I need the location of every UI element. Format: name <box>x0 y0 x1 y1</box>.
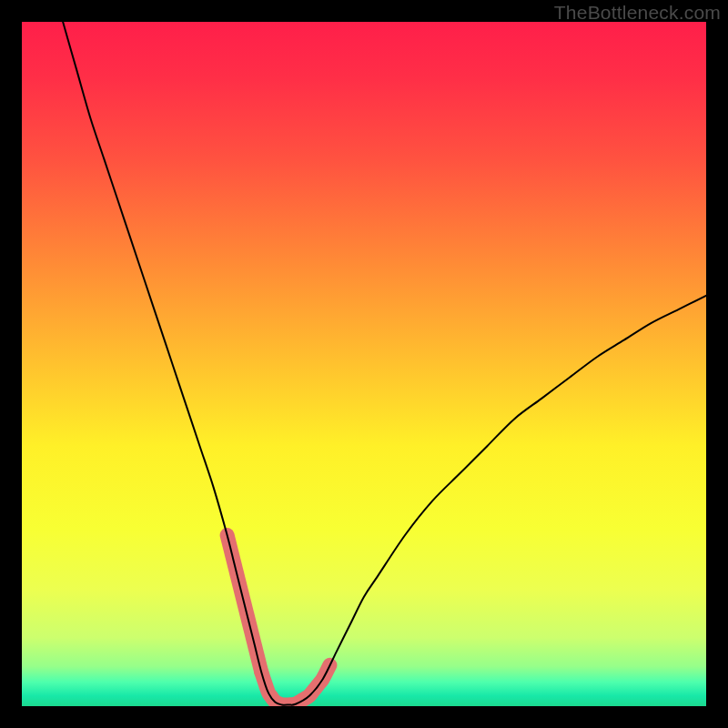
chart-area <box>22 22 706 706</box>
svg-rect-0 <box>22 22 706 706</box>
chart-svg <box>22 22 706 706</box>
outer-frame: TheBottleneck.com <box>0 0 728 728</box>
watermark-text: TheBottleneck.com <box>554 2 721 24</box>
